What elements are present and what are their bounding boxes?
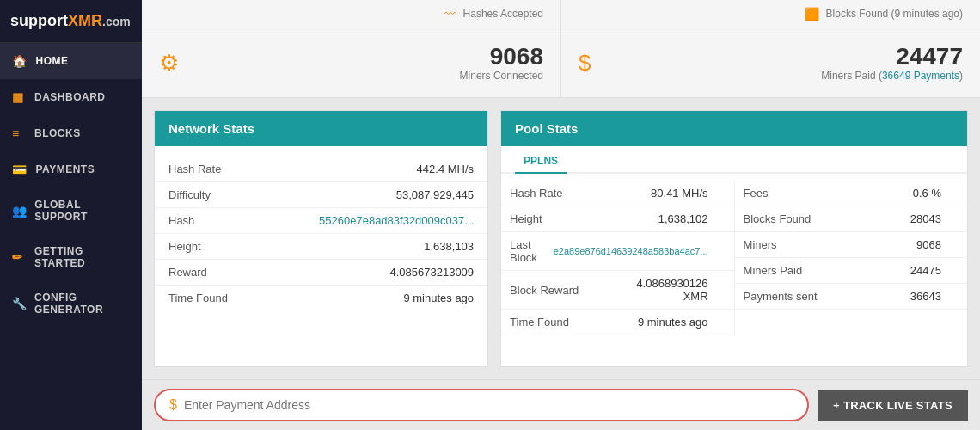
network-difficulty-label: Difficulty <box>168 188 211 201</box>
payment-icon: $ <box>169 397 177 413</box>
pool-blockreward-label: Block Reward <box>510 284 609 297</box>
blocks-found-label: Blocks Found (9 minutes ago) <box>826 8 963 20</box>
sidebar-item-config-generator[interactable]: 🔧 CONFIG GENERATOR <box>0 280 142 327</box>
network-reward-value: 4.085673213009 <box>389 266 474 279</box>
pool-blocksfound-value: 28043 <box>842 212 959 225</box>
logo-com: .com <box>102 15 131 28</box>
sidebar-item-dashboard-label: DASHBOARD <box>34 91 106 103</box>
network-stats-body: Hash Rate 442.4 MH/s Difficulty 53,087,9… <box>155 146 487 366</box>
network-difficulty-value: 53,087,929,445 <box>396 188 474 201</box>
sidebar-item-home-label: HOME <box>36 55 69 67</box>
miners-connected-number: 9068 <box>490 44 543 71</box>
pool-paymentssent-value: 36643 <box>842 290 959 303</box>
tab-pplns[interactable]: PPLNS <box>515 150 567 174</box>
miners-paid-text: Miners Paid ( <box>821 70 882 82</box>
network-difficulty-row: Difficulty 53,087,929,445 <box>155 182 487 208</box>
pool-minerspaid-row: Miners Paid 24475 <box>735 258 967 284</box>
payment-address-input[interactable] <box>184 398 793 412</box>
sidebar: supportXMR.com 🏠 HOME ▦ DASHBOARD ≡ BLOC… <box>0 0 142 430</box>
config-generator-icon: 🔧 <box>12 297 26 310</box>
sidebar-item-home[interactable]: 🏠 HOME <box>0 43 142 79</box>
network-stats-table: Hash Rate 442.4 MH/s Difficulty 53,087,9… <box>155 153 487 314</box>
network-reward-row: Reward 4.085673213009 <box>155 260 487 286</box>
track-live-stats-button[interactable]: + TRACK LIVE STATS <box>818 390 968 421</box>
network-hash-rate-label: Hash Rate <box>168 163 221 175</box>
pool-paymentssent-row: Payments sent 36643 <box>735 284 967 310</box>
pool-height-value: 1,638,102 <box>609 212 725 225</box>
blocks-icon-strip: 🟧 <box>805 7 819 21</box>
pool-stats-body: Hash Rate 80.41 MH/s Height 1,638,102 La… <box>501 174 967 366</box>
network-hash-rate-value: 442.4 MH/s <box>417 163 474 175</box>
pool-stats-panel: Pool Stats PPLNS Hash Rate 80.41 MH/s <box>500 110 968 367</box>
miners-paid-close: ) <box>959 70 963 82</box>
pool-fees-label: Fees <box>744 187 842 200</box>
track-btn-label: TRACK LIVE STATS <box>843 399 952 412</box>
track-btn-prefix: + <box>833 399 843 412</box>
pool-blockreward-value: 4.0868930126 XMR <box>609 277 725 303</box>
network-time-found-value: 9 minutes ago <box>403 292 474 304</box>
pool-stats-grid: Hash Rate 80.41 MH/s Height 1,638,102 La… <box>501 181 967 335</box>
sidebar-item-payments[interactable]: 💳 PAYMENTS <box>0 151 142 187</box>
home-icon: 🏠 <box>12 54 28 68</box>
network-reward-label: Reward <box>168 266 207 279</box>
network-hash-value[interactable]: 55260e7e8ad83f32d009c037... <box>319 214 474 227</box>
network-height-label: Height <box>168 240 201 253</box>
network-height-value: 1,638,103 <box>424 240 474 253</box>
sidebar-item-blocks[interactable]: ≡ BLOCKS <box>0 115 142 151</box>
miners-paid-info: 24477 Miners Paid (36649 Payments) <box>604 44 963 83</box>
network-height-row: Height 1,638,103 <box>155 234 487 260</box>
pool-miners-label: Miners <box>744 238 842 251</box>
pool-lastblock-label: Last Block <box>510 238 554 264</box>
sidebar-item-dashboard[interactable]: ▦ DASHBOARD <box>0 79 142 115</box>
pool-fees-row: Fees 0.6 % <box>735 181 967 206</box>
blocks-found-strip: 🟧 Blocks Found (9 minutes ago) <box>561 0 980 28</box>
network-stats-title: Network Stats <box>168 121 254 136</box>
network-stats-panel: Network Stats Hash Rate 442.4 MH/s Diffi… <box>154 110 488 367</box>
miners-paid-number: 24477 <box>896 44 963 71</box>
logo-xmr: XMR <box>68 12 102 29</box>
pool-lastblock-value[interactable]: e2a89e876d14639248a583ba4ac7... <box>554 246 726 256</box>
network-stats-header: Network Stats <box>155 111 487 146</box>
sidebar-nav: 🏠 HOME ▦ DASHBOARD ≡ BLOCKS 💳 PAYMENTS 👥… <box>0 43 142 430</box>
pool-timefound-value: 9 minutes ago <box>609 316 725 329</box>
pool-tabs: PPLNS <box>501 150 967 174</box>
pool-blockreward-row: Block Reward 4.0868930126 XMR <box>501 271 733 310</box>
sidebar-item-global-support[interactable]: 👥 GLOBAL SUPPORT <box>0 187 142 234</box>
miners-paid-label: Miners Paid (36649 Payments) <box>821 70 963 82</box>
logo-support: support <box>10 12 68 29</box>
sidebar-item-config-generator-label: CONFIG GENERATOR <box>34 292 130 316</box>
miners-icon: ⚙ <box>159 50 179 77</box>
pool-minerspaid-label: Miners Paid <box>744 264 842 277</box>
sidebar-item-blocks-label: BLOCKS <box>34 127 81 139</box>
top-strip: 〰 Hashes Accepted 🟧 Blocks Found (9 minu… <box>142 0 980 28</box>
pool-timefound-label: Time Found <box>510 316 609 329</box>
network-hash-row: Hash 55260e7e8ad83f32d009c037... <box>155 208 487 234</box>
pool-paymentssent-label: Payments sent <box>744 290 842 303</box>
network-hash-rate-row: Hash Rate 442.4 MH/s <box>155 157 487 182</box>
dollar-icon: $ <box>579 50 591 77</box>
pool-hashrate-row: Hash Rate 80.41 MH/s <box>501 181 733 206</box>
sidebar-item-getting-started-label: GETTING STARTED <box>34 245 130 269</box>
payments-link[interactable]: 36649 Payments <box>882 70 959 82</box>
pool-stats-title: Pool Stats <box>515 121 578 136</box>
sidebar-item-getting-started[interactable]: ✏ GETTING STARTED <box>0 234 142 280</box>
pool-timefound-row: Time Found 9 minutes ago <box>501 310 733 335</box>
pool-hashrate-value: 80.41 MH/s <box>609 187 725 200</box>
miners-paid-card: $ 24477 Miners Paid (36649 Payments) <box>561 28 980 97</box>
content-area: Network Stats Hash Rate 442.4 MH/s Diffi… <box>142 98 980 379</box>
pool-height-row: Height 1,638,102 <box>501 206 733 232</box>
pool-minerspaid-value: 24475 <box>842 264 959 277</box>
miners-connected-card: ⚙ 9068 Miners Connected <box>142 28 561 97</box>
pool-col-left: Hash Rate 80.41 MH/s Height 1,638,102 La… <box>501 181 734 335</box>
sidebar-item-payments-label: PAYMENTS <box>36 163 95 175</box>
pool-miners-row: Miners 9068 <box>735 232 967 258</box>
network-hash-label: Hash <box>168 214 194 227</box>
hashes-chart-icon: 〰 <box>444 7 456 21</box>
pool-height-label: Height <box>510 212 609 225</box>
main-content: 〰 Hashes Accepted 🟧 Blocks Found (9 minu… <box>142 0 980 430</box>
blocks-icon: ≡ <box>12 126 26 140</box>
pool-lastblock-row: Last Block e2a89e876d14639248a583ba4ac7.… <box>501 232 733 271</box>
hashes-accepted-label: Hashes Accepted <box>463 8 543 20</box>
sidebar-item-global-support-label: GLOBAL SUPPORT <box>34 199 130 223</box>
hashes-accepted-strip: 〰 Hashes Accepted <box>142 0 561 28</box>
